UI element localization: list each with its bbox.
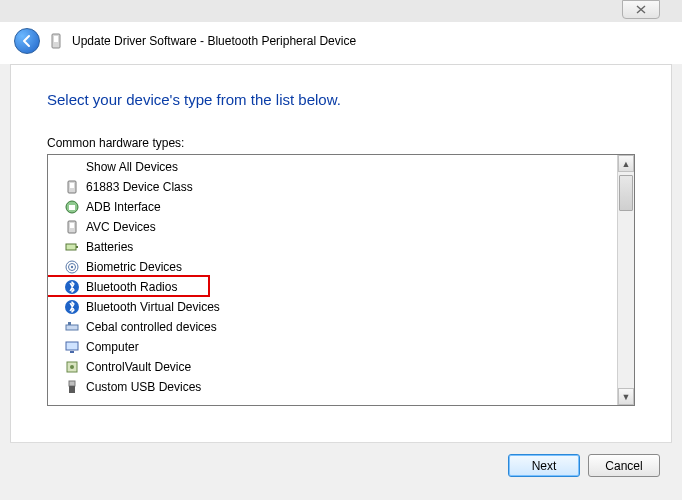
device-icon — [48, 33, 64, 49]
main-panel: Select your device's type from the list … — [10, 64, 672, 444]
biometric-icon — [64, 259, 80, 275]
close-button[interactable] — [622, 0, 660, 19]
svg-rect-17 — [66, 342, 78, 350]
list-item[interactable]: Cebal controlled devices — [48, 317, 617, 337]
svg-rect-5 — [69, 205, 75, 210]
scrollbar: ▲ ▼ — [617, 155, 634, 405]
svg-rect-21 — [69, 381, 75, 386]
instruction-text: Select your device's type from the list … — [47, 91, 635, 108]
scroll-down-button[interactable]: ▼ — [618, 388, 634, 405]
list-item-label: AVC Devices — [86, 220, 156, 234]
svg-rect-18 — [70, 351, 74, 353]
svg-rect-22 — [69, 386, 75, 393]
list-item[interactable]: 61883 Device Class — [48, 177, 617, 197]
battery-icon — [64, 239, 80, 255]
list-item-label: Biometric Devices — [86, 260, 182, 274]
back-button[interactable] — [14, 28, 40, 54]
list-item[interactable]: Bluetooth Virtual Devices — [48, 297, 617, 317]
window-title: Update Driver Software - Bluetooth Perip… — [72, 34, 356, 48]
svg-rect-9 — [76, 246, 78, 248]
title-bar — [0, 0, 682, 22]
back-arrow-icon — [20, 34, 34, 48]
list-item-label: Cebal controlled devices — [86, 320, 217, 334]
list-item[interactable]: Computer — [48, 337, 617, 357]
list-item-label: Computer — [86, 340, 139, 354]
usb-icon — [64, 379, 80, 395]
list-item[interactable]: Bluetooth Radios — [48, 277, 617, 297]
svg-point-12 — [71, 266, 73, 268]
footer: Next Cancel — [10, 442, 672, 488]
scroll-thumb[interactable] — [619, 175, 633, 211]
list-item[interactable]: AVC Devices — [48, 217, 617, 237]
list-item[interactable]: ADB Interface — [48, 197, 617, 217]
vault-icon — [64, 359, 80, 375]
scroll-up-button[interactable]: ▲ — [618, 155, 634, 172]
close-icon — [636, 5, 646, 14]
list-item-label: Bluetooth Radios — [86, 280, 177, 294]
hardware-types-list: Show All Devices61883 Device ClassADB In… — [47, 154, 635, 406]
list-item[interactable]: ControlVault Device — [48, 357, 617, 377]
svg-rect-8 — [66, 244, 76, 250]
list-item-label: ADB Interface — [86, 200, 161, 214]
list-item[interactable]: Biometric Devices — [48, 257, 617, 277]
bluetooth-icon — [64, 299, 80, 315]
list-item-label: Batteries — [86, 240, 133, 254]
blank-icon — [64, 159, 80, 175]
list-label: Common hardware types: — [47, 136, 635, 150]
cancel-button[interactable]: Cancel — [588, 454, 660, 477]
list-item-label: Custom USB Devices — [86, 380, 201, 394]
device-icon — [64, 179, 80, 195]
svg-rect-7 — [70, 223, 74, 228]
svg-rect-16 — [68, 322, 71, 325]
next-button[interactable]: Next — [508, 454, 580, 477]
list-item-label: ControlVault Device — [86, 360, 191, 374]
list-item-label: Show All Devices — [86, 160, 178, 174]
cebal-icon — [64, 319, 80, 335]
svg-rect-3 — [70, 183, 74, 188]
list-item[interactable]: Batteries — [48, 237, 617, 257]
list-item[interactable]: Custom USB Devices — [48, 377, 617, 397]
bluetooth-icon — [64, 279, 80, 295]
device-icon — [64, 219, 80, 235]
header: Update Driver Software - Bluetooth Perip… — [0, 22, 682, 64]
svg-rect-15 — [66, 325, 78, 330]
svg-point-20 — [70, 365, 74, 369]
list-item-label: 61883 Device Class — [86, 180, 193, 194]
svg-rect-1 — [54, 36, 58, 42]
list-item[interactable]: Show All Devices — [48, 157, 617, 177]
list-item-label: Bluetooth Virtual Devices — [86, 300, 220, 314]
computer-icon — [64, 339, 80, 355]
adb-icon — [64, 199, 80, 215]
